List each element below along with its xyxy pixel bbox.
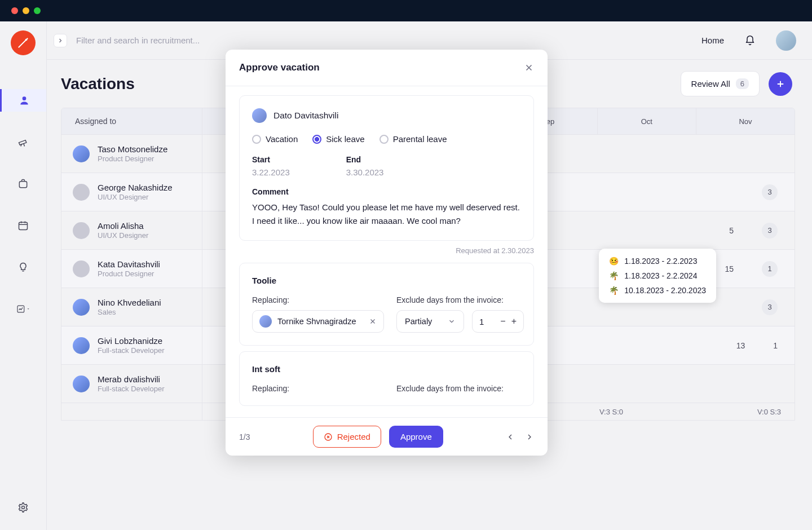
count-chip[interactable]: 3 — [762, 299, 778, 315]
prev-request-button[interactable] — [506, 432, 515, 441]
svg-point-1 — [22, 96, 26, 100]
tooltip-row: 🌴1.18.2023 - 2.2.2024 — [609, 271, 706, 280]
review-all-label: Review All — [691, 79, 730, 89]
person-row[interactable]: Nino Khvedeliani Sales — [61, 288, 202, 326]
remove-replacing-button[interactable] — [369, 317, 377, 325]
end-date: 3.30.2023 — [346, 167, 384, 177]
search-input[interactable]: Filter and search in recruitment... — [76, 36, 692, 45]
svg-point-5 — [22, 506, 25, 509]
start-label: Start — [252, 155, 290, 164]
person-name: Amoli Alisha — [98, 221, 148, 231]
replacing-avatar — [259, 315, 272, 328]
modal-title: Approve vacation — [239, 62, 320, 73]
review-all-button[interactable]: Review All 6 — [681, 71, 760, 96]
reject-button[interactable]: Rejected — [313, 426, 381, 448]
comment-label: Comment — [252, 187, 521, 196]
step-minus[interactable]: − — [500, 316, 505, 326]
traffic-minimize[interactable] — [23, 7, 29, 14]
person-row[interactable]: George Nakashidze UI/UX Designer — [61, 173, 202, 211]
step-plus[interactable]: + — [511, 316, 517, 326]
count-chip[interactable]: 3 — [762, 184, 778, 200]
month-header: Oct — [597, 108, 696, 134]
close-modal-button[interactable] — [524, 63, 534, 73]
person-role: Product Designer — [98, 270, 160, 278]
person-name: Taso Motsonelidze — [98, 144, 167, 154]
modal-pager: 1/3 — [239, 432, 250, 441]
radio-parental[interactable]: Parental leave — [379, 134, 447, 144]
replacing-label: Replacing: — [252, 295, 384, 304]
window-title-bar — [0, 0, 812, 21]
timeline-number: 5 — [729, 226, 734, 235]
radio-vacation[interactable]: Vacation — [252, 134, 298, 144]
person-row[interactable]: Amoli Alisha UI/UX Designer — [61, 211, 202, 250]
logo-icon — [17, 37, 29, 49]
app-logo[interactable] — [11, 30, 36, 55]
nav-people[interactable] — [0, 89, 46, 112]
tooltip-text: 1.18.2023 - 2.2.2023 — [624, 257, 697, 266]
exclude-label-2: Exclude days from the invoice: — [396, 384, 504, 393]
sidebar — [0, 21, 47, 530]
person-name: Nino Khvedeliani — [98, 298, 161, 308]
tooltip-emoji: 🌴 — [609, 286, 619, 295]
chevron-down-icon — [27, 307, 30, 311]
replacing-chip[interactable]: Tornike Shvnagiradze — [252, 310, 384, 333]
notifications-button[interactable] — [744, 35, 756, 46]
count-chip[interactable]: 1 — [762, 261, 778, 277]
section-intsoft-title: Int soft — [252, 364, 521, 374]
count-chip[interactable]: 3 — [762, 223, 778, 238]
summary-cell: V:0 S:3 — [752, 408, 786, 416]
comment-text: YOOO, Hey Taso! Could you please let me … — [252, 201, 521, 228]
close-icon — [369, 317, 377, 325]
add-button[interactable] — [769, 72, 792, 96]
person-name: Merab dvalishvili — [98, 374, 165, 385]
chevron-right-icon — [57, 37, 64, 44]
timeline-number: 15 — [725, 264, 734, 273]
person-row[interactable]: Givi Lobzhanidze Full-stack Developer — [61, 326, 202, 365]
timeline-number: 1 — [773, 341, 778, 350]
nav-analytics[interactable] — [0, 298, 46, 320]
tooltip-emoji: 🤒 — [609, 257, 619, 266]
person-avatar — [73, 337, 90, 354]
person-role: Product Designer — [98, 154, 167, 163]
svg-rect-3 — [19, 222, 28, 229]
nav-briefcase[interactable] — [0, 173, 46, 195]
plus-icon — [775, 79, 785, 89]
svg-rect-2 — [19, 182, 27, 188]
person-row[interactable]: Taso Motsonelidze Product Designer — [61, 135, 202, 173]
person-row[interactable]: Merab dvalishvili Full-stack Developer — [61, 365, 202, 403]
person-avatar — [73, 299, 90, 316]
circle-x-icon — [324, 432, 333, 441]
next-request-button[interactable] — [525, 432, 534, 441]
user-avatar[interactable] — [776, 30, 796, 51]
approve-button[interactable]: Approve — [389, 426, 443, 448]
person-role: Sales — [98, 308, 161, 316]
review-count-badge: 6 — [736, 78, 749, 89]
person-row[interactable]: Kata Davitashvili Product Designer — [61, 250, 202, 288]
page-title: Vacations — [61, 75, 135, 93]
end-label: End — [346, 155, 384, 164]
tooltip-row: 🌴10.18.2023 - 2.20.2023 — [609, 286, 706, 295]
tooltip-text: 1.18.2023 - 2.2.2024 — [624, 271, 697, 280]
user-icon — [17, 94, 31, 107]
nav-calendar[interactable] — [0, 214, 46, 237]
exclude-label: Exclude days from the invoice: — [396, 295, 524, 304]
traffic-close[interactable] — [11, 7, 18, 14]
timeline-number: 13 — [736, 341, 745, 350]
person-avatar — [73, 222, 90, 239]
person-role: UI/UX Designer — [98, 231, 148, 240]
radio-sick[interactable]: Sick leave — [312, 134, 364, 144]
lightbulb-icon — [16, 260, 30, 274]
traffic-zoom[interactable] — [34, 7, 41, 14]
nav-settings[interactable] — [0, 496, 46, 519]
briefcase-icon — [16, 177, 30, 191]
person-role: UI/UX Designer — [98, 193, 173, 201]
section-toolie-title: Toolie — [252, 276, 521, 285]
nav-telescope[interactable] — [0, 131, 46, 153]
exclude-days-stepper[interactable]: 1 − + — [472, 310, 524, 333]
collapse-sidebar-button[interactable] — [54, 34, 67, 47]
exclude-mode-select[interactable]: Partialy — [396, 310, 464, 333]
summary-cell: V:3 S:0 — [594, 408, 628, 416]
replacing-label-2: Replacing: — [252, 384, 384, 393]
home-link[interactable]: Home — [701, 36, 724, 45]
nav-idea[interactable] — [0, 256, 46, 279]
